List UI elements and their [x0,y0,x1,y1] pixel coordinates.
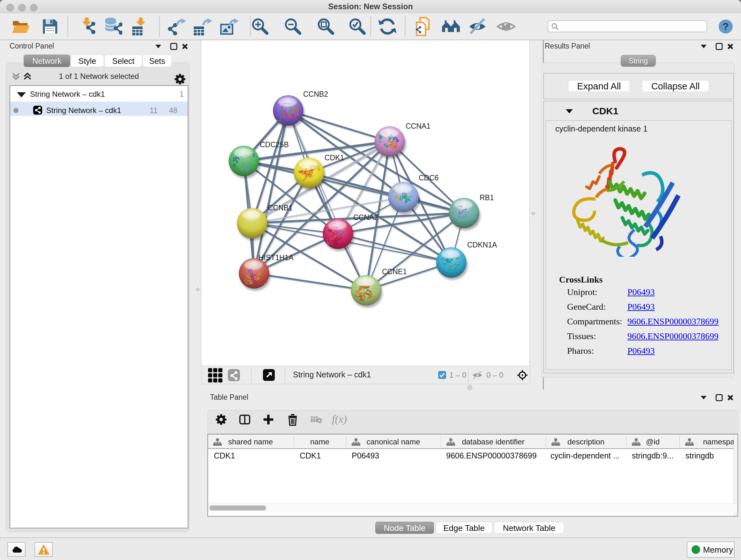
svg-text:CCNB1: CCNB1 [268,204,293,212]
svg-text:CDC25B: CDC25B [260,140,289,149]
svg-text:CDC6: CDC6 [419,174,439,182]
svg-text:CCNB2: CCNB2 [303,90,328,98]
svg-text:HIST1H1A: HIST1H1A [259,253,294,262]
svg-text:CCNA1: CCNA1 [406,122,430,130]
svg-text:CDK1: CDK1 [325,153,344,162]
svg-text:RB1: RB1 [480,193,494,202]
svg-text:CCNE1: CCNE1 [382,267,407,276]
svg-text:CCNA2: CCNA2 [353,213,378,222]
svg-text:CDKN1A: CDKN1A [467,241,497,249]
